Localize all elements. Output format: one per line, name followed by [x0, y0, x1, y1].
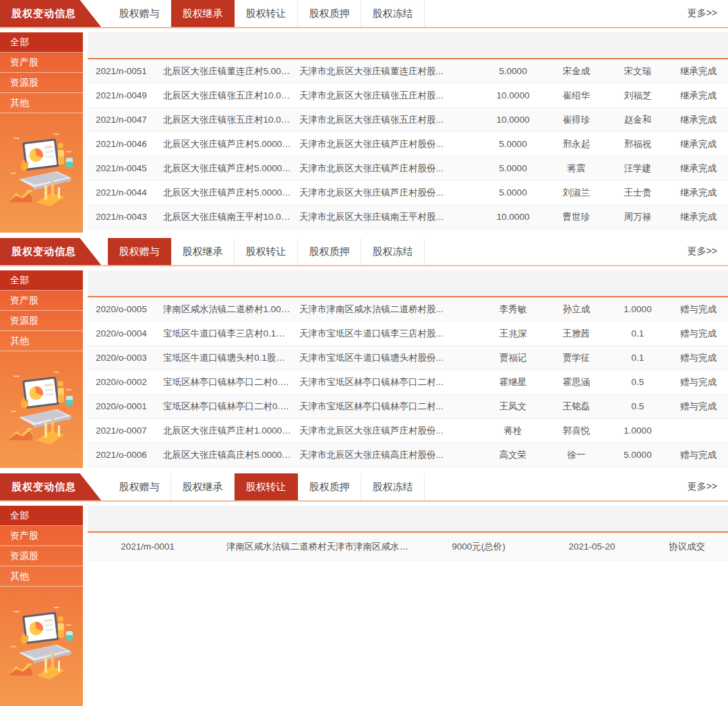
project-name: 北辰区大张庄镇张五庄村10.0000股股权继... — [163, 114, 299, 126]
table-row[interactable]: 2020/o-0002 宝坻区林亭口镇林亭口二村0.5股股权赠与... 天津市宝… — [88, 370, 728, 394]
sidebar-item-other[interactable]: 其他 — [0, 566, 83, 587]
sidebar-item-asset-shares[interactable]: 资产股 — [0, 53, 83, 73]
decedent: 刘淑兰 — [546, 187, 607, 199]
transfer-table: 2021/m-0001 津南区咸水沽镇二道桥村天津市津南区咸水沽镇二道桥村股份经… — [88, 506, 728, 706]
heir: 周万禄 — [607, 211, 669, 223]
share-quantity: 1.0000 — [607, 425, 669, 436]
sidebar-item-resource-shares[interactable]: 资源股 — [0, 73, 83, 93]
panel-equity-transfer: 股权变动信息 股权赠与股权继承股权转让股权质押股权冻结 更多>> 全部资产股资源… — [0, 473, 728, 706]
village-org: 天津市津南区咸水沽镇二道桥村股... — [299, 303, 480, 316]
project-name: 北辰区大张庄镇董连庄村5.0000股股权继... — [163, 65, 299, 78]
laptop-chart-illustration — [7, 369, 77, 455]
project-name: 宝坻区林亭口镇林亭口二村0.5股股权赠与... — [163, 401, 299, 413]
table-row[interactable]: 2021/n-0047 北辰区大张庄镇张五庄村10.0000股股权继... 天津… — [88, 108, 728, 132]
project-id: 2021/n-0049 — [88, 90, 163, 100]
village-org: 天津市北辰区大张庄镇芦庄村股份... — [299, 187, 480, 199]
sidebar-item-resource-shares[interactable]: 资源股 — [0, 311, 83, 331]
table-header-row — [88, 270, 728, 297]
tab-equity-gift[interactable]: 股权赠与 — [108, 0, 171, 27]
donor: 霍继星 — [480, 376, 546, 388]
table-row[interactable]: 2021/n-0043 北辰区大张庄镇南王平村10.0000股股权继... 天津… — [88, 205, 728, 229]
table-body: 2021/n-0051 北辰区大张庄镇董连庄村5.0000股股权继... 天津市… — [88, 59, 728, 229]
tab-equity-transfer[interactable]: 股权转让 — [235, 238, 298, 265]
project-id: 2020/o-0002 — [88, 377, 163, 387]
tab-equity-inheritance[interactable]: 股权继承 — [171, 0, 235, 27]
share-quantity: 5.0000 — [480, 66, 546, 76]
tab-equity-gift[interactable]: 股权赠与 — [108, 473, 171, 500]
tab-equity-freeze[interactable]: 股权冻结 — [361, 0, 425, 27]
table-row[interactable]: 2021/n-0049 北辰区大张庄镇张五庄村10.0000股股权继... 天津… — [88, 84, 728, 108]
sidebar-item-resource-shares[interactable]: 资源股 — [0, 546, 83, 566]
sidebar-item-all[interactable]: 全部 — [0, 270, 83, 291]
tab-equity-transfer[interactable]: 股权转让 — [235, 0, 298, 27]
tab-equity-freeze[interactable]: 股权冻结 — [361, 238, 425, 265]
page: 股权变动信息 股权赠与股权继承股权转让股权质押股权冻结 更多>> 全部资产股资源… — [0, 0, 728, 706]
share-quantity: 5.0000 — [480, 187, 546, 198]
table-row[interactable]: 2021/o-0007 北辰区大张庄镇芦庄村1.0000股股权赠与... 天津市… — [88, 419, 728, 443]
sidebar-item-all[interactable]: 全部 — [0, 32, 83, 53]
status: 继承完成 — [669, 211, 728, 223]
donor: 蒋栓 — [480, 425, 546, 437]
panel-title-banner: 股权变动信息 — [0, 238, 101, 265]
sidebar-item-asset-shares[interactable]: 资产股 — [0, 526, 83, 546]
village-org: 天津市北辰区大张庄镇芦庄村股份... — [299, 138, 480, 150]
more-link[interactable]: 更多>> — [688, 0, 728, 27]
village-org: 天津市宝坻区林亭口镇林亭口二村... — [299, 376, 480, 388]
recipient: 贾学征 — [546, 352, 607, 364]
share-quantity: 10.0000 — [480, 115, 546, 125]
status: 赠与完成 — [669, 401, 728, 413]
table-row[interactable]: 2020/o-0004 宝坻区牛道口镇李三店村0.1股股权赠与项目 天津市宝坻区… — [88, 322, 728, 346]
village-org: 天津市北辰区大张庄镇董连庄村股... — [299, 65, 480, 78]
tab-equity-freeze[interactable]: 股权冻结 — [361, 473, 425, 500]
table-row[interactable]: 2021/n-0051 北辰区大张庄镇董连庄村5.0000股股权继... 天津市… — [88, 59, 728, 84]
tab-equity-pledge[interactable]: 股权质押 — [298, 238, 361, 265]
table-row[interactable]: 2021/o-0006 北辰区大张庄镇高庄村5.0000股股权赠与... 天津市… — [88, 443, 728, 467]
recipient: 孙立成 — [546, 303, 607, 316]
panel-title-banner: 股权变动信息 — [0, 0, 101, 27]
publish-date: 2021-05-20 — [538, 541, 646, 552]
project-id: 2021/n-0051 — [88, 66, 163, 76]
share-quantity: 5.0000 — [607, 450, 669, 460]
sidebar-item-asset-shares[interactable]: 资产股 — [0, 291, 83, 311]
table-row[interactable]: 2020/o-0005 津南区咸水沽镇二道桥村1.0000股股权赠... 天津市… — [88, 297, 728, 322]
more-link[interactable]: 更多>> — [688, 473, 728, 500]
village-org: 天津市宝坻区牛道口镇李三店村股... — [299, 328, 480, 340]
share-quantity: 5.0000 — [480, 139, 546, 149]
tab-equity-pledge[interactable]: 股权质押 — [298, 0, 361, 27]
village-org: 天津市北辰区大张庄镇芦庄村股份... — [299, 163, 480, 175]
project-name: 北辰区大张庄镇芦庄村5.0000股股权继承... — [163, 187, 299, 199]
tab-equity-inheritance[interactable]: 股权继承 — [171, 238, 235, 265]
tab-equity-transfer[interactable]: 股权转让 — [235, 473, 298, 500]
table-row[interactable]: 2020/o-0003 宝坻区牛道口镇塘头村0.1股股权赠与项目 天津市宝坻区牛… — [88, 346, 728, 370]
listing-price: 9000元(总价) — [419, 541, 538, 553]
village-org: 天津市宝坻区林亭口镇林亭口二村... — [299, 401, 480, 413]
sidebar-item-all[interactable]: 全部 — [0, 506, 83, 526]
panel-title-banner: 股权变动信息 — [0, 473, 101, 500]
gift-table: 2020/o-0005 津南区咸水沽镇二道桥村1.0000股股权赠... 天津市… — [88, 270, 728, 468]
share-quantity: 0.5 — [607, 401, 669, 411]
sidebar-item-other[interactable]: 其他 — [0, 331, 83, 351]
village-org: 天津市北辰区大张庄镇芦庄村股份... — [299, 425, 480, 437]
project-id: 2020/o-0003 — [88, 353, 163, 363]
tab-equity-gift[interactable]: 股权赠与 — [108, 238, 171, 265]
panel-content: 全部资产股资源股其他 — [0, 32, 728, 233]
sidebar-item-other[interactable]: 其他 — [0, 93, 83, 113]
project-name: 北辰区大张庄镇芦庄村5.0000股股权继承... — [163, 138, 299, 150]
tab-equity-pledge[interactable]: 股权质押 — [298, 473, 361, 500]
table-row[interactable]: 2021/m-0001 津南区咸水沽镇二道桥村天津市津南区咸水沽镇二道桥村股份经… — [88, 533, 728, 561]
more-link[interactable]: 更多>> — [688, 238, 728, 265]
village-org: 天津市北辰区大张庄镇张五庄村股... — [299, 114, 480, 126]
project-name: 宝坻区牛道口镇李三店村0.1股股权赠与项目 — [163, 328, 299, 340]
decedent: 崔绍华 — [546, 90, 607, 102]
project-id: 2021/o-0007 — [88, 425, 163, 436]
heir: 刘福芝 — [607, 90, 669, 102]
table-row[interactable]: 2021/n-0046 北辰区大张庄镇芦庄村5.0000股股权继承... 天津市… — [88, 132, 728, 156]
tab-equity-inheritance[interactable]: 股权继承 — [171, 473, 235, 500]
table-row[interactable]: 2020/o-0001 宝坻区林亭口镇林亭口二村0.5股股权赠与... 天津市宝… — [88, 394, 728, 419]
table-row[interactable]: 2021/n-0044 北辰区大张庄镇芦庄村5.0000股股权继承... 天津市… — [88, 181, 728, 205]
status: 继承完成 — [669, 90, 728, 102]
recipient: 王雅茜 — [546, 328, 607, 340]
heir: 王士贵 — [607, 187, 669, 199]
share-quantity: 0.1 — [607, 353, 669, 363]
table-row[interactable]: 2021/n-0045 北辰区大张庄镇芦庄村5.0000股股权继承... 天津市… — [88, 156, 728, 181]
